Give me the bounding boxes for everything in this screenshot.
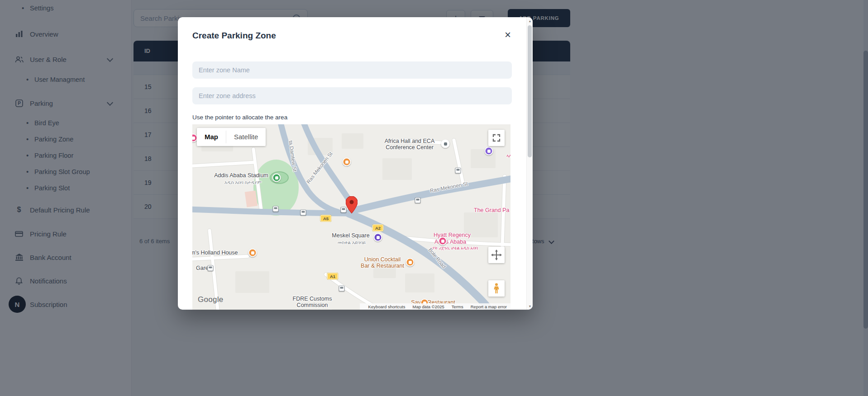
attraction-poi-icon[interactable]: [485, 147, 493, 156]
map-label: Africa Hall and ECA: [385, 138, 434, 144]
map-label: Meskel Square: [332, 232, 369, 239]
map-label: ሀያት ሪጀንሲ ሆቴል አዲስ አበባ: [430, 245, 478, 251]
light-rail-station-icon[interactable]: [374, 233, 382, 242]
route-shield: A1: [327, 273, 338, 280]
map-label: Gare: [196, 265, 209, 271]
close-button[interactable]: ×: [502, 29, 514, 41]
modal-scrollbar[interactable]: ▲ ▼: [526, 17, 533, 310]
restaurant-poi-icon[interactable]: [406, 258, 415, 267]
report-map-error-link[interactable]: Report a map error: [471, 304, 507, 309]
map-label: The Grand Pa: [474, 207, 510, 213]
pegman-button[interactable]: [488, 280, 505, 297]
scroll-up-arrow[interactable]: ▲: [527, 18, 533, 24]
map-label: Conference Center: [386, 144, 434, 151]
modal-title: Create Parking Zone: [192, 31, 276, 41]
map-marker-pin[interactable]: [346, 196, 358, 215]
map-base-art: [192, 124, 510, 310]
satellite-tab[interactable]: Satellite: [226, 128, 266, 146]
fullscreen-button[interactable]: [488, 130, 505, 146]
map-label: Bar & Restaurant: [361, 263, 404, 269]
pan-control-button[interactable]: [488, 247, 505, 263]
modal-scrollbar-thumb[interactable]: [528, 25, 532, 157]
map-label: FDRE Customs: [293, 296, 332, 302]
pegman-icon: [493, 283, 500, 294]
map-label: Commission: [297, 302, 328, 308]
map-label: Hyatt Regency: [434, 232, 471, 238]
transit-station-icon[interactable]: [208, 265, 214, 271]
keyboard-shortcuts-link[interactable]: Keyboard shortcuts: [368, 304, 405, 309]
map-attribution: Keyboard shortcuts Map data ©2025 Terms …: [360, 303, 510, 310]
terms-link[interactable]: Terms: [452, 304, 463, 309]
zone-address-input[interactable]: [192, 87, 512, 104]
fullscreen-icon: [491, 133, 501, 143]
create-parking-zone-modal: Create Parking Zone × Use the pointer to…: [178, 17, 533, 310]
map-label: አዲስ አበባ ስታዲየም: [224, 179, 262, 185]
route-shield: A5: [320, 215, 331, 222]
move-arrows-icon: [491, 250, 502, 260]
map-label: Addis Ababa Stadium: [214, 172, 268, 179]
route-shield: A2: [372, 225, 383, 231]
map-type-control: Map Satellite: [197, 128, 266, 146]
map-label: መስቀል አደባባይ: [338, 240, 366, 245]
map-canvas[interactable]: A5 A2 A1 Africa Hall and ECA Conference …: [192, 124, 510, 310]
map-label: ላሊ: [506, 153, 510, 159]
map-data-label: Map data ©2025: [412, 304, 444, 309]
google-logo[interactable]: Google: [198, 295, 224, 304]
transit-station-icon[interactable]: [273, 206, 279, 212]
transit-station-icon[interactable]: [455, 168, 461, 174]
transit-station-icon[interactable]: [300, 210, 306, 216]
close-icon: ×: [505, 29, 511, 40]
restaurant-poi-icon[interactable]: [343, 158, 351, 166]
transit-station-icon[interactable]: [415, 198, 421, 203]
map-pointer-hint: Use the pointer to allocate the area: [192, 114, 287, 121]
map-tab[interactable]: Map: [197, 128, 226, 146]
park-poi-icon[interactable]: [272, 174, 281, 182]
hotel-poi-icon[interactable]: [439, 237, 447, 245]
transit-station-icon[interactable]: [339, 286, 345, 292]
map-label: m's Holland House: [192, 250, 238, 256]
restaurant-poi-icon[interactable]: [248, 249, 257, 257]
zone-name-input[interactable]: [192, 61, 512, 79]
civic-poi-icon[interactable]: [441, 140, 450, 148]
map-label: Union Cocktail: [364, 256, 401, 263]
map-label: የኢፌዲሪ ጉምሩክ ኮሚሽን: [289, 308, 334, 310]
